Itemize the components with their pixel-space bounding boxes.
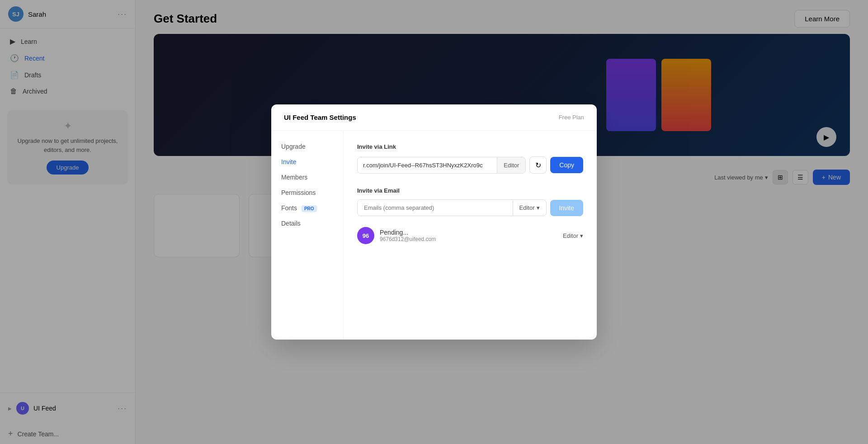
modal: UI Feed Team Settings Free Plan Upgrade … [271,104,597,340]
pending-role-chevron-icon: ▾ [580,232,583,239]
modal-header: UI Feed Team Settings Free Plan [271,104,597,131]
modal-nav-fonts[interactable]: Fonts PRO [271,200,343,216]
refresh-icon: ↻ [535,161,541,170]
invite-link-section-label: Invite via Link [357,143,583,150]
invite-email-button[interactable]: Invite [550,200,583,216]
modal-overlay[interactable]: UI Feed Team Settings Free Plan Upgrade … [0,0,868,444]
pending-status: Pending... [380,229,557,236]
invite-link-role-badge: Editor [497,157,525,173]
modal-nav-details[interactable]: Details [271,216,343,231]
invite-email-section-label: Invite via Email [357,187,583,194]
pro-badge: PRO [302,205,317,212]
pending-avatar: 96 [357,227,374,244]
invite-email-input-wrap: Editor ▾ [357,199,547,216]
invite-email-role-badge[interactable]: Editor ▾ [513,200,546,216]
pending-role-label: Editor [563,232,578,239]
refresh-link-button[interactable]: ↻ [529,156,547,174]
invite-email-input[interactable] [358,200,513,216]
modal-plan-label: Free Plan [559,114,584,121]
invite-link-row: Editor ↻ Copy [357,156,583,174]
invite-link-input-wrap: Editor [357,157,526,174]
modal-body: Upgrade Invite Members Permissions Fonts… [271,131,597,340]
email-role-chevron-icon: ▾ [537,204,540,211]
copy-link-button[interactable]: Copy [550,157,583,173]
pending-role-dropdown[interactable]: Editor ▾ [563,232,583,239]
invite-email-row: Editor ▾ Invite [357,199,583,216]
modal-nav-members[interactable]: Members [271,170,343,185]
pending-invite-row: 96 Pending... 9676d312@uifeed.com Editor… [357,227,583,244]
pending-email: 9676d312@uifeed.com [380,236,557,242]
modal-nav-invite[interactable]: Invite [271,154,343,170]
modal-nav-upgrade[interactable]: Upgrade [271,139,343,154]
invite-link-input[interactable] [358,157,497,173]
pending-info: Pending... 9676d312@uifeed.com [380,229,557,242]
modal-sidebar-nav: Upgrade Invite Members Permissions Fonts… [271,131,344,340]
modal-main-content: Invite via Link Editor ↻ Copy Invite via… [344,131,597,340]
modal-nav-permissions[interactable]: Permissions [271,185,343,200]
modal-title: UI Feed Team Settings [284,113,356,121]
